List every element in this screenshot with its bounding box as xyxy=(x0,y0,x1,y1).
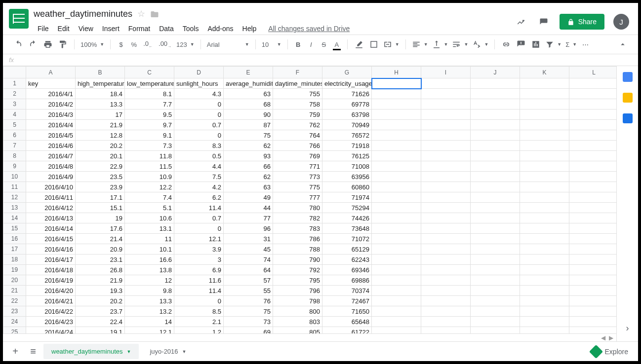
insert-chart-button[interactable] xyxy=(529,38,542,51)
cell[interactable]: 2016/4/4 xyxy=(26,120,76,130)
filter-button[interactable]: ▼ xyxy=(544,40,562,49)
cell[interactable] xyxy=(421,234,471,244)
account-avatar[interactable]: J xyxy=(613,14,629,30)
italic-button[interactable]: I xyxy=(306,39,317,50)
cell[interactable]: 2016/4/17 xyxy=(26,255,76,265)
cell[interactable] xyxy=(421,265,471,275)
keep-addon-icon[interactable] xyxy=(623,93,633,103)
cell[interactable]: 20.2 xyxy=(76,141,125,151)
cell[interactable]: 65648 xyxy=(322,317,372,327)
cell[interactable]: 21.4 xyxy=(76,234,125,244)
cell[interactable] xyxy=(569,213,617,223)
menu-insert[interactable]: Insert xyxy=(98,23,123,35)
cell[interactable] xyxy=(520,255,569,265)
row-header[interactable]: 6 xyxy=(3,130,26,141)
cell[interactable] xyxy=(569,78,617,89)
cell[interactable] xyxy=(471,151,520,161)
cell[interactable]: 4.3 xyxy=(174,89,224,99)
cell[interactable] xyxy=(520,234,569,244)
collapse-toolbar-button[interactable] xyxy=(616,38,629,51)
cell[interactable]: 798 xyxy=(273,296,322,306)
cell[interactable] xyxy=(471,109,520,120)
cell[interactable] xyxy=(471,244,520,255)
cell[interactable] xyxy=(520,99,569,109)
cell[interactable] xyxy=(421,161,471,172)
cell[interactable] xyxy=(421,89,471,99)
cell[interactable]: 9.7 xyxy=(125,120,174,130)
cell[interactable]: 76572 xyxy=(322,130,372,141)
cell[interactable]: 764 xyxy=(273,130,322,141)
row-header[interactable]: 3 xyxy=(3,99,26,109)
cell[interactable]: 2016/4/24 xyxy=(26,327,76,334)
cell[interactable]: 19 xyxy=(76,213,125,223)
cell[interactable] xyxy=(421,244,471,255)
cell[interactable] xyxy=(569,99,617,109)
insert-comment-button[interactable] xyxy=(515,38,527,51)
cell[interactable]: daytime_minutes xyxy=(273,78,322,89)
cell[interactable]: 49 xyxy=(224,192,273,203)
row-header[interactable]: 12 xyxy=(3,192,26,203)
cell[interactable]: 2016/4/5 xyxy=(26,130,76,141)
row-header[interactable]: 11 xyxy=(3,182,26,192)
column-header[interactable]: K xyxy=(520,67,569,78)
move-folder-icon[interactable] xyxy=(150,9,159,19)
cell[interactable]: low_temperature xyxy=(125,78,174,89)
menu-view[interactable]: View xyxy=(75,23,97,35)
cell[interactable]: 64 xyxy=(224,265,273,275)
row-header[interactable]: 4 xyxy=(3,109,26,120)
redo-button[interactable] xyxy=(27,38,40,51)
sheet-tab[interactable]: juyo-2016 ▼ xyxy=(142,344,194,359)
cell[interactable]: 31 xyxy=(224,234,273,244)
paint-format-button[interactable] xyxy=(56,38,69,51)
cell[interactable] xyxy=(569,151,617,161)
cell[interactable]: 2016/4/14 xyxy=(26,223,76,234)
cell[interactable]: 20.2 xyxy=(76,296,125,306)
cell[interactable]: 755 xyxy=(273,89,322,99)
spreadsheet-grid[interactable]: ABCDEFGHIJKL 1keyhigh_temperaturelow_tem… xyxy=(3,66,616,333)
cell[interactable]: 74 xyxy=(224,255,273,265)
cell[interactable]: 12.1 xyxy=(125,327,174,334)
row-header[interactable]: 20 xyxy=(3,275,26,286)
column-header[interactable]: L xyxy=(569,67,617,78)
cell[interactable]: 12 xyxy=(125,275,174,286)
cell[interactable] xyxy=(421,99,471,109)
cell[interactable]: 17.6 xyxy=(76,223,125,234)
cell[interactable]: 63956 xyxy=(322,172,372,182)
drive-save-status[interactable]: All changes saved in Drive xyxy=(264,23,354,35)
hide-sidepanel-icon[interactable]: › xyxy=(626,323,629,333)
cell[interactable]: 7.7 xyxy=(125,99,174,109)
cell[interactable]: 775 xyxy=(273,182,322,192)
cell[interactable]: 0 xyxy=(174,223,224,234)
cell[interactable] xyxy=(471,172,520,182)
cell[interactable]: 11.5 xyxy=(125,161,174,172)
cell[interactable] xyxy=(372,151,421,161)
cell[interactable]: 71008 xyxy=(322,161,372,172)
zoom-dropdown[interactable]: 100%▼ xyxy=(80,41,105,48)
cell[interactable] xyxy=(421,317,471,327)
row-header[interactable]: 5 xyxy=(3,120,26,130)
add-sheet-button[interactable]: + xyxy=(8,346,23,357)
cell[interactable]: 2016/4/2 xyxy=(26,99,76,109)
cell[interactable]: 2016/4/18 xyxy=(26,265,76,275)
cell[interactable]: 9.8 xyxy=(125,286,174,296)
vertical-align-button[interactable]: ▼ xyxy=(431,40,449,49)
cell[interactable]: 75 xyxy=(224,130,273,141)
cell[interactable] xyxy=(569,286,617,296)
tasks-addon-icon[interactable] xyxy=(623,113,633,123)
cell[interactable] xyxy=(520,286,569,296)
cell[interactable]: 2016/4/13 xyxy=(26,213,76,223)
cell[interactable] xyxy=(569,120,617,130)
cell[interactable]: 762 xyxy=(273,120,322,130)
cell[interactable]: 3.9 xyxy=(174,244,224,255)
cell[interactable] xyxy=(520,244,569,255)
cell[interactable]: 90 xyxy=(224,109,273,120)
cell[interactable]: 65129 xyxy=(322,244,372,255)
cell[interactable] xyxy=(520,213,569,223)
cell[interactable]: 70949 xyxy=(322,120,372,130)
cell[interactable] xyxy=(372,223,421,234)
cell[interactable] xyxy=(421,192,471,203)
cell[interactable] xyxy=(569,255,617,265)
cell[interactable]: 71974 xyxy=(322,192,372,203)
cell[interactable] xyxy=(520,151,569,161)
formula-input[interactable] xyxy=(26,56,632,64)
